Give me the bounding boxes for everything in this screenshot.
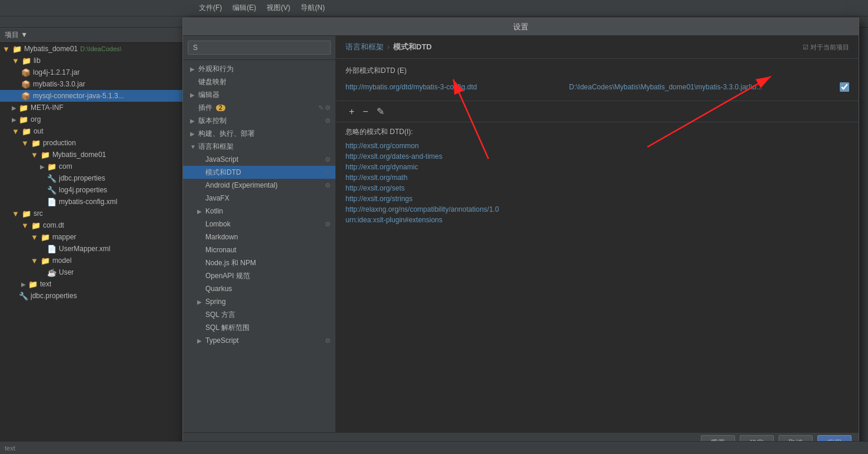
prop-icon: 🔧	[47, 186, 56, 195]
arrow-right-icon: →	[324, 169, 331, 176]
expand-icon: ▼	[12, 209, 19, 218]
tree-item-production[interactable]: ▼ 📁 production	[0, 137, 188, 149]
tree-item-mybatis-xml[interactable]: 📄 mybatis-config.xml	[0, 196, 188, 208]
tree-item-out[interactable]: ▼ 📁 out	[0, 125, 188, 137]
expand-icon: ▼	[12, 56, 19, 65]
settings-item-build[interactable]: ▶ 构建、执行、部署	[183, 127, 335, 140]
add-dtd-button[interactable]: +	[345, 105, 358, 118]
tree-item-metainf[interactable]: ▶ 📁 META-INF	[0, 102, 188, 114]
tree-item-mapper[interactable]: ▼ 📁 mapper	[0, 231, 188, 243]
tree-label: jdbc.properties	[59, 174, 105, 182]
ide-content-area: 项目 ▼ ▼ 📁 Mybatis_dome01 D:\IdeaCodes\ ▼ …	[0, 28, 868, 454]
tree-item-org[interactable]: ▶ 📁 org	[0, 114, 188, 125]
settings-item-nodejs[interactable]: Node.js 和 NPM	[183, 256, 335, 269]
xml-icon: 📄	[47, 245, 56, 253]
project-tree[interactable]: ▼ 📁 Mybatis_dome01 D:\IdeaCodes\ ▼ 📁 lib…	[0, 43, 188, 454]
tree-item-lib[interactable]: ▼ 📁 lib	[0, 55, 188, 66]
tree-item-jdbc-root[interactable]: 🔧 jdbc.properties	[0, 290, 188, 302]
settings-item-label: SQL 方言	[205, 310, 235, 320]
ide-titlebar: 文件(F) 编辑(E) 视图(V) 导航(N)	[0, 0, 868, 16]
edit-dtd-button[interactable]: ✎	[373, 105, 388, 118]
sidebar-toolbar-title: 项目 ▼	[5, 30, 183, 40]
settings-item-typescript[interactable]: ▶ TypeScript ⚙	[183, 334, 335, 347]
builtin-dtd-item[interactable]: http://exslt.org/dynamic	[345, 162, 849, 172]
menu-file[interactable]: 文件(F)	[194, 2, 227, 14]
tree-item-user[interactable]: ☕ User	[0, 266, 188, 278]
tree-item-src[interactable]: ▼ 📁 src	[0, 208, 188, 219]
tree-item-text[interactable]: ▶ 📁 text	[0, 278, 188, 290]
settings-item-kotlin[interactable]: ▶ Kotlin	[183, 205, 335, 218]
tree-item-log4j-prop[interactable]: 🔧 log4j.properties	[0, 184, 188, 196]
settings-item-plugins[interactable]: 插件 2 ✎ ⚙	[183, 101, 335, 114]
tree-label: jdbc.properties	[31, 292, 77, 300]
settings-item-editor[interactable]: ▶ 编辑器	[183, 88, 335, 101]
settings-tree[interactable]: ▶ 外观和行为 键盘映射 ▶ 编辑器 插件	[183, 60, 335, 432]
settings-item-markdown[interactable]: Markdown	[183, 231, 335, 243]
expand-icon: ▼	[12, 127, 19, 136]
remove-dtd-button[interactable]: −	[359, 105, 371, 118]
settings-item-sql-dialect[interactable]: SQL 方言	[183, 308, 335, 321]
tree-item-com[interactable]: ▶ 📁 com	[0, 161, 188, 172]
tree-label: UserMapper.xml	[59, 245, 110, 253]
settings-item-label: Markdown	[205, 233, 238, 241]
ide-window: 文件(F) 编辑(E) 视图(V) 导航(N) Mybatis_dome01 ›…	[0, 0, 868, 454]
builtin-dtd-item[interactable]: http://exslt.org/common	[345, 141, 849, 151]
settings-item-keymap[interactable]: 键盘映射	[183, 75, 335, 88]
settings-item-languages[interactable]: ▼ 语言和框架	[183, 140, 335, 153]
tree-label: Mybatis_dome01	[52, 151, 106, 159]
breadcrumb-separator: ›	[387, 43, 390, 51]
settings-item-label: Lombok	[205, 220, 231, 228]
settings-item-vcs[interactable]: ▶ 版本控制 ⚙	[183, 114, 335, 127]
menu-navigate[interactable]: 导航(N)	[296, 2, 330, 14]
breadcrumb-parent[interactable]: 语言和框架	[345, 42, 384, 52]
tree-item-mysql-jar[interactable]: 📦 mysql-connector-java-5.1.3...	[0, 90, 188, 102]
expand-icon: ▼	[21, 139, 29, 148]
menu-view[interactable]: 视图(V)	[262, 2, 295, 14]
settings-item-android[interactable]: Android (Experimental) ⚙	[183, 179, 335, 192]
builtin-dtd-title: 忽略的模式和 DTD(I):	[345, 127, 849, 137]
tree-label: log4j-1.2.17.jar	[33, 68, 79, 76]
settings-item-javascript[interactable]: JavaScript ⚙	[183, 153, 335, 166]
settings-item-micronaut[interactable]: Micronaut	[183, 243, 335, 256]
dtd-checkbox[interactable]	[840, 82, 849, 92]
builtin-dtd-item[interactable]: http://relaxng.org/ns/compatibility/anno…	[345, 204, 849, 215]
builtin-dtd-item[interactable]: urn:idea:xslt-plugin#extensions	[345, 215, 849, 225]
tree-label: mybatis-config.xml	[59, 198, 117, 206]
tree-label: model	[52, 256, 72, 265]
tree-item-mybatis-dome01-sub[interactable]: ▼ 📁 Mybatis_dome01	[0, 149, 188, 161]
tree-label: META-INF	[31, 104, 64, 112]
menu-edit[interactable]: 编辑(E)	[228, 2, 261, 14]
settings-item-label: 模式和DTD	[205, 168, 241, 178]
tree-item-model[interactable]: ▼ 📁 model	[0, 255, 188, 266]
tree-item-mybatis-jar[interactable]: 📦 mybatis-3.3.0.jar	[0, 78, 188, 90]
collapse-icon: ▶	[190, 131, 198, 137]
builtin-dtd-item[interactable]: http://exslt.org/math	[345, 172, 849, 183]
settings-item-label: 插件	[198, 103, 212, 113]
settings-item-appearance[interactable]: ▶ 外观和行为	[183, 62, 335, 75]
tree-item-root[interactable]: ▼ 📁 Mybatis_dome01 D:\IdeaCodes\	[0, 43, 188, 55]
settings-search-input[interactable]	[188, 41, 331, 55]
tree-label: org	[31, 115, 41, 123]
tree-item-jdbc-prop[interactable]: 🔧 jdbc.properties	[0, 172, 188, 184]
collapse-icon: ▶	[197, 338, 205, 344]
settings-item-javafx[interactable]: JavaFX	[183, 192, 335, 205]
settings-item-schemas-dtd[interactable]: 模式和DTD →	[183, 166, 335, 179]
settings-item-lombok[interactable]: Lombok ⚙	[183, 218, 335, 231]
settings-item-spring[interactable]: ▶ Spring	[183, 295, 335, 308]
settings-icon: ⚙	[325, 337, 331, 345]
dialog-left-panel: ▶ 外观和行为 键盘映射 ▶ 编辑器 插件	[183, 36, 336, 432]
builtin-dtd-item[interactable]: http://exslt.org/strings	[345, 193, 849, 204]
settings-item-sql-parse[interactable]: SQL 解析范围	[183, 321, 335, 334]
settings-item-openapi[interactable]: OpenAPI 规范	[183, 269, 335, 282]
settings-item-quarkus[interactable]: Quarkus	[183, 282, 335, 295]
settings-item-label: 构建、执行、部署	[198, 129, 255, 139]
builtin-dtd-item[interactable]: http://exslt.org/dates-and-times	[345, 151, 849, 162]
tree-item-comdt[interactable]: ▼ 📁 com.dt	[0, 219, 188, 231]
tree-label: text	[40, 280, 51, 288]
dtd-url[interactable]: http://mybatis.org/dtd/mybatis-3-config.…	[345, 83, 569, 91]
jar-icon: 📦	[21, 80, 31, 89]
tree-item-log4j[interactable]: 📦 log4j-1.2.17.jar	[0, 66, 188, 78]
dialog-right-panel: 语言和框架 › 模式和DTD ☑ 对于当前项目 外部模式和DTD (E) htt…	[336, 36, 859, 432]
builtin-dtd-item[interactable]: http://exslt.org/sets	[345, 183, 849, 193]
tree-item-usermapper[interactable]: 📄 UserMapper.xml	[0, 243, 188, 255]
